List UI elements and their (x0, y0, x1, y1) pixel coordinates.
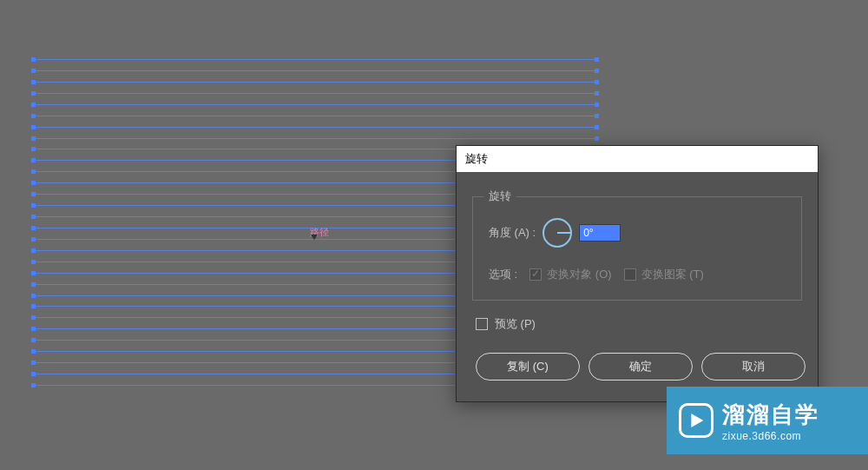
anchor-point-icon[interactable] (31, 338, 36, 342)
svg-marker-0 (693, 415, 702, 426)
selected-line[interactable] (33, 59, 597, 60)
anchor-point-icon[interactable] (31, 349, 36, 354)
checkbox-empty-icon (476, 318, 488, 330)
anchor-point-icon[interactable] (31, 226, 36, 230)
anchor-point-icon[interactable] (595, 103, 599, 107)
selected-line[interactable] (33, 82, 597, 83)
watermark-title: 溜溜自学 (722, 400, 819, 430)
anchor-point-icon[interactable] (595, 91, 599, 96)
selected-line[interactable] (33, 93, 597, 94)
anchor-point-icon[interactable] (31, 282, 36, 287)
watermark-url: zixue.3d66.com (722, 430, 819, 442)
cancel-button[interactable]: 取消 (701, 353, 806, 381)
anchor-point-icon[interactable] (595, 136, 599, 141)
options-label: 选项 : (489, 267, 517, 282)
angle-label: 角度 (A) : (489, 225, 536, 241)
anchor-point-icon[interactable] (31, 294, 36, 298)
anchor-point-icon[interactable] (31, 203, 36, 208)
dialog-title: 旋转 (457, 146, 818, 172)
selected-line[interactable] (33, 70, 597, 71)
selected-line[interactable] (33, 116, 597, 116)
anchor-point-icon[interactable] (31, 147, 36, 151)
pivot-cursor-icon (311, 235, 318, 242)
selected-line[interactable] (33, 138, 597, 139)
anchor-point-icon[interactable] (31, 237, 36, 242)
angle-input[interactable] (579, 224, 621, 242)
anchor-point-icon[interactable] (595, 125, 599, 129)
anchor-point-icon[interactable] (31, 69, 36, 73)
anchor-point-icon[interactable] (595, 80, 599, 84)
anchor-point-icon[interactable] (31, 215, 36, 219)
anchor-point-icon[interactable] (31, 383, 36, 387)
anchor-point-icon[interactable] (31, 315, 36, 320)
anchor-point-icon[interactable] (595, 69, 599, 73)
anchor-point-icon[interactable] (31, 271, 36, 275)
anchor-point-icon[interactable] (31, 114, 36, 118)
anchor-point-icon[interactable] (31, 169, 36, 174)
anchor-point-icon[interactable] (31, 57, 36, 62)
angle-dial-icon[interactable] (542, 218, 572, 248)
anchor-point-icon[interactable] (31, 327, 36, 331)
selected-line[interactable] (33, 104, 597, 105)
checkbox-checked-icon (529, 268, 542, 281)
copy-button[interactable]: 复制 (C) (476, 353, 580, 381)
transform-patterns-checkbox: 变换图案 (T) (624, 267, 704, 282)
anchor-point-icon[interactable] (31, 125, 36, 129)
rotate-dialog: 旋转 旋转 角度 (A) : 选项 : 变换对象 (O) 变换图案 (T) (456, 145, 819, 402)
anchor-point-icon[interactable] (31, 136, 36, 141)
transform-patterns-label: 变换图案 (T) (641, 267, 704, 282)
anchor-point-icon[interactable] (31, 158, 36, 162)
anchor-point-icon[interactable] (595, 114, 599, 118)
ok-button[interactable]: 确定 (589, 353, 693, 381)
anchor-point-icon[interactable] (31, 80, 36, 84)
anchor-point-icon[interactable] (31, 103, 36, 107)
transform-objects-checkbox: 变换对象 (O) (529, 267, 611, 282)
anchor-point-icon[interactable] (31, 181, 36, 185)
anchor-point-icon[interactable] (31, 260, 36, 264)
preview-label: 预览 (P) (495, 316, 536, 332)
preview-checkbox[interactable]: 预览 (P) (476, 316, 802, 332)
anchor-point-icon[interactable] (595, 57, 599, 62)
anchor-point-icon[interactable] (31, 361, 36, 365)
rotate-fieldset: 旋转 角度 (A) : 选项 : 变换对象 (O) 变换图案 (T) (472, 196, 802, 301)
checkbox-empty-icon (624, 268, 636, 281)
anchor-point-icon[interactable] (31, 91, 36, 96)
play-icon (679, 403, 713, 438)
watermark: 溜溜自学 zixue.3d66.com (667, 387, 868, 454)
fieldset-legend: 旋转 (483, 189, 516, 204)
anchor-point-icon[interactable] (31, 372, 36, 376)
selected-line[interactable] (33, 127, 597, 128)
transform-objects-label: 变换对象 (O) (547, 267, 611, 282)
anchor-point-icon[interactable] (31, 248, 36, 253)
anchor-point-icon[interactable] (31, 192, 36, 196)
anchor-point-icon[interactable] (31, 304, 36, 308)
